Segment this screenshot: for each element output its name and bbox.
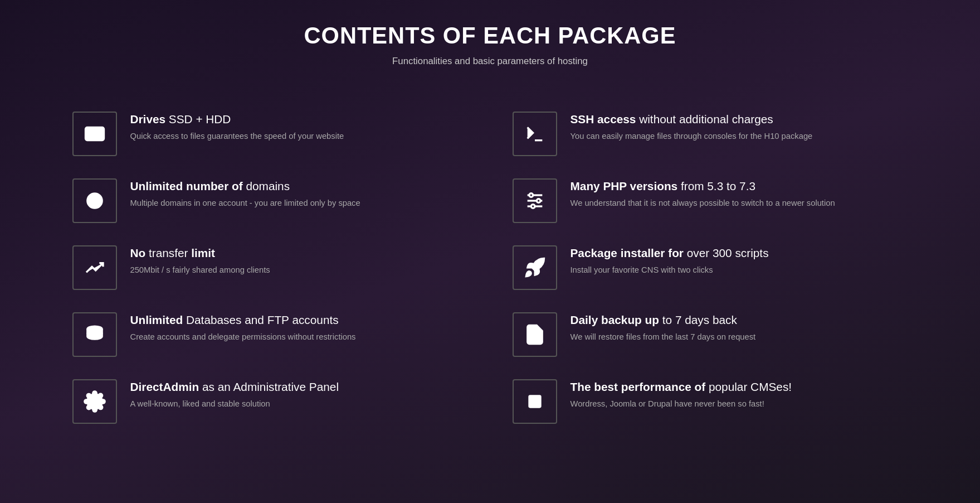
backup-text: Daily backup up to 7 days back We will r… [571, 312, 908, 343]
gear-icon [84, 390, 106, 413]
ssh-icon-box [513, 112, 557, 156]
feature-directadmin: DirectAdmin as an Administrative Panel A… [72, 368, 468, 435]
transfer-title: No transfer limit [130, 245, 468, 260]
php-text: Many PHP versions from 5.3 to 7.3 We und… [571, 178, 908, 209]
transfer-text: No transfer limit 250Mbit / s fairly sha… [130, 245, 468, 276]
feature-cms: The best performance of popular CMSes! W… [513, 368, 908, 435]
svg-point-14 [531, 205, 535, 209]
page-subtitle: Functionalities and basic parameters of … [304, 56, 676, 67]
php-desc: We understand that it is not always poss… [571, 197, 908, 209]
terminal-icon [524, 123, 546, 145]
php-icon-box [513, 178, 557, 223]
drives-icon-box [72, 112, 117, 156]
directadmin-text: DirectAdmin as an Administrative Panel A… [130, 379, 468, 410]
feature-domains: Unlimited number of domains Multiple dom… [72, 167, 468, 234]
feature-php: Many PHP versions from 5.3 to 7.3 We und… [513, 167, 908, 234]
backup-icon-box [513, 312, 557, 357]
installer-desc: Install your favorite CNS with two click… [571, 264, 908, 276]
svg-point-13 [537, 199, 540, 203]
backup-desc: We will restore files from the last 7 da… [571, 331, 908, 343]
backup-icon [524, 323, 546, 346]
features-grid: Drives SSD + HDD Quick access to files g… [72, 100, 908, 435]
ssh-title: SSH access without additional charges [571, 112, 908, 127]
feature-transfer: No transfer limit 250Mbit / s fairly sha… [72, 234, 468, 301]
cms-title: The best performance of popular CMSes! [571, 379, 908, 394]
cms-desc: Wordress, Joomla or Drupal have never be… [571, 398, 908, 410]
directadmin-title: DirectAdmin as an Administrative Panel [130, 379, 468, 394]
right-column: SSH access without additional charges Yo… [513, 100, 908, 435]
ssh-desc: You can easily manage files through cons… [571, 130, 908, 142]
svg-rect-17 [529, 396, 540, 407]
directadmin-desc: A well-known, liked and stable solution [130, 398, 468, 410]
domains-desc: Multiple domains in one account - you ar… [130, 197, 468, 209]
svg-point-12 [529, 194, 533, 197]
feature-ssh: SSH access without additional charges Yo… [513, 100, 908, 167]
cms-icon-box [513, 379, 557, 424]
sliders-icon [524, 190, 546, 212]
database-icon [84, 323, 106, 346]
databases-title: Unlimited Databases and FTP accounts [130, 312, 468, 327]
drives-text: Drives SSD + HDD Quick access to files g… [130, 112, 468, 142]
ssh-text: SSH access without additional charges Yo… [571, 112, 908, 142]
page-title: CONTENTS OF EACH PACKAGE [304, 22, 676, 49]
php-title: Many PHP versions from 5.3 to 7.3 [571, 178, 908, 194]
feature-backup: Daily backup up to 7 days back We will r… [513, 301, 908, 368]
databases-desc: Create accounts and delegate permissions… [130, 331, 468, 343]
chart-icon [84, 257, 106, 279]
installer-title: Package installer for over 300 scripts [571, 245, 908, 260]
transfer-icon-box [72, 245, 117, 290]
domains-text: Unlimited number of domains Multiple dom… [130, 178, 468, 209]
left-column: Drives SSD + HDD Quick access to files g… [72, 100, 468, 435]
databases-text: Unlimited Databases and FTP accounts Cre… [130, 312, 468, 343]
installer-text: Package installer for over 300 scripts I… [571, 245, 908, 276]
feature-installer: Package installer for over 300 scripts I… [513, 234, 908, 301]
drives-title: Drives SSD + HDD [130, 112, 468, 127]
drives-desc: Quick access to files guarantees the spe… [130, 130, 468, 142]
page-header: CONTENTS OF EACH PACKAGE Functionalities… [304, 22, 676, 67]
rocket-icon [524, 257, 546, 279]
svg-point-1 [98, 137, 100, 138]
installer-icon-box [513, 245, 557, 290]
drive-icon [84, 123, 106, 145]
feature-drives: Drives SSD + HDD Quick access to files g… [72, 100, 468, 167]
infinity-icon [84, 190, 106, 212]
databases-icon-box [72, 312, 117, 357]
domains-icon-box [72, 178, 117, 223]
directadmin-icon-box [72, 379, 117, 424]
backup-title: Daily backup up to 7 days back [571, 312, 908, 327]
domains-title: Unlimited number of domains [130, 178, 468, 194]
cms-text: The best performance of popular CMSes! W… [571, 379, 908, 410]
square-icon [524, 390, 546, 413]
feature-databases: Unlimited Databases and FTP accounts Cre… [72, 301, 468, 368]
transfer-desc: 250Mbit / s fairly shared among clients [130, 264, 468, 276]
